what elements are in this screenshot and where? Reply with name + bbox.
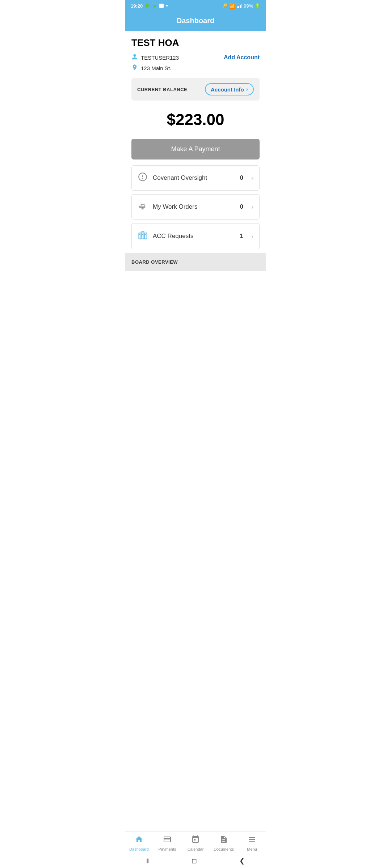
- board-overview-section: BOARD OVERVIEW: [125, 253, 266, 271]
- user-details: TESTUSER123 123 Main St.: [131, 54, 179, 72]
- android-icon-1: [145, 3, 150, 8]
- screen-icon: [159, 4, 164, 8]
- svg-rect-4: [141, 204, 144, 206]
- android-icon-2: [152, 3, 157, 8]
- balance-card: CURRENT BALANCE Account Info ›: [131, 78, 260, 101]
- username-item: TESTUSER123: [131, 54, 179, 62]
- svg-rect-8: [139, 233, 141, 239]
- make-payment-button[interactable]: Make A Payment: [131, 139, 260, 159]
- account-info-label: Account Info: [211, 86, 244, 93]
- status-right: 🔑 📶 99% 🔋: [222, 3, 260, 9]
- svg-rect-10: [145, 233, 147, 239]
- svg-point-2: [142, 178, 143, 179]
- balance-label: CURRENT BALANCE: [137, 87, 187, 92]
- wifi-icon: 📶: [229, 3, 235, 9]
- workorders-label: My Work Orders: [153, 203, 235, 210]
- address-text: 123 Main St.: [141, 65, 171, 71]
- add-account-button[interactable]: Add Account: [224, 54, 260, 61]
- covenant-oversight-item[interactable]: Covenant Oversight 0 ›: [131, 165, 260, 191]
- acc-chevron-icon: ›: [251, 233, 253, 240]
- account-info-button[interactable]: Account Info ›: [205, 83, 254, 95]
- signal-icon: [237, 4, 242, 8]
- balance-amount: $223.00: [131, 111, 260, 129]
- board-overview-title: BOARD OVERVIEW: [131, 259, 178, 265]
- address-item: 123 Main St.: [131, 64, 179, 72]
- alert-circle-icon: [138, 172, 148, 184]
- work-orders-item[interactable]: My Work Orders 0 ›: [131, 194, 260, 220]
- app-header: Dashboard: [125, 12, 266, 31]
- covenant-chevron-icon: ›: [251, 174, 253, 182]
- location-icon: [131, 64, 138, 72]
- workorders-count: 0: [240, 203, 243, 210]
- gavel-icon: [138, 201, 148, 213]
- status-time: 19:20: [131, 3, 143, 9]
- main-content: TEST HOA TESTUSER123 123 Main St. Add Ac…: [125, 31, 266, 249]
- building-icon: [138, 230, 148, 242]
- battery-level: 99%: [244, 3, 253, 9]
- user-info-row: TESTUSER123 123 Main St. Add Account: [131, 54, 260, 72]
- status-bar: 19:20 • 🔑 📶 99% 🔋: [125, 0, 266, 12]
- workorders-chevron-icon: ›: [251, 203, 253, 211]
- acc-count: 1: [240, 233, 243, 240]
- acc-label: ACC Requests: [153, 233, 235, 240]
- dot-icon: •: [166, 3, 168, 9]
- person-icon: [131, 54, 138, 62]
- covenant-label: Covenant Oversight: [153, 174, 235, 182]
- chevron-right-icon: ›: [246, 86, 248, 93]
- acc-requests-item[interactable]: ACC Requests 1 ›: [131, 223, 260, 249]
- battery-icon: 🔋: [255, 3, 260, 9]
- username-text: TESTUSER123: [141, 55, 179, 61]
- hoa-name: TEST HOA: [131, 37, 260, 48]
- header-title: Dashboard: [125, 17, 266, 25]
- key-icon: 🔑: [222, 3, 228, 8]
- covenant-count: 0: [240, 174, 243, 182]
